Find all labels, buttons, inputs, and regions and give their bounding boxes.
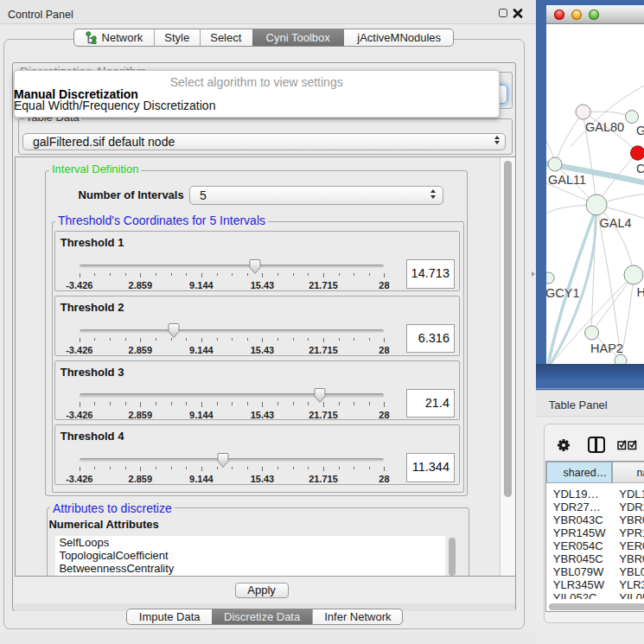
- svg-text:GAL11: GAL11: [548, 173, 586, 187]
- svg-text:GCY1: GCY1: [546, 286, 580, 300]
- svg-text:GA: GA: [636, 124, 644, 137]
- svg-text:GAL80: GAL80: [585, 120, 624, 134]
- svg-text:GAL4: GAL4: [600, 216, 632, 230]
- svg-text:CY: CY: [636, 162, 644, 175]
- svg-text:H: H: [637, 285, 644, 299]
- svg-text:HAP2: HAP2: [590, 341, 623, 355]
